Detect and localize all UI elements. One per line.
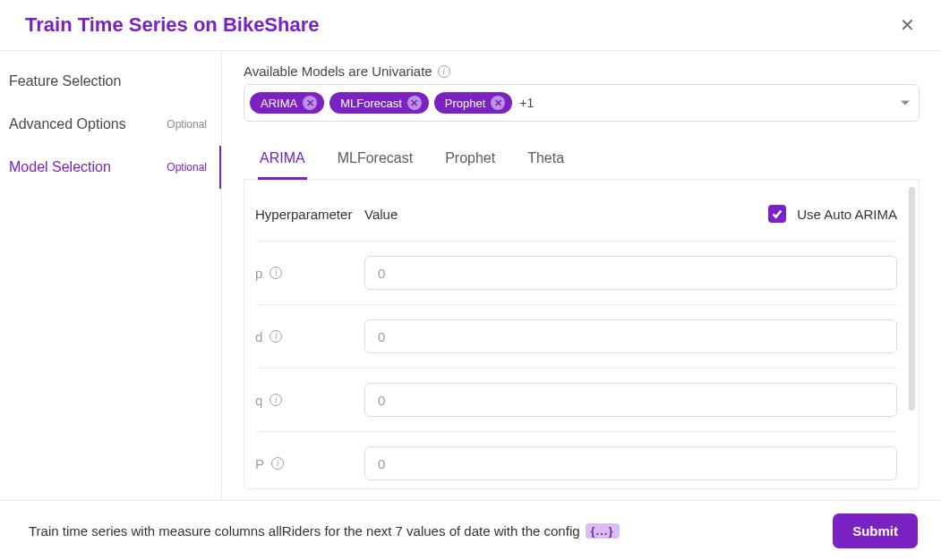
check-icon xyxy=(771,208,783,220)
param-name-text: d xyxy=(255,329,262,344)
param-name-text: q xyxy=(255,393,262,408)
param-row-P: P i xyxy=(255,431,897,488)
model-tabs: ARIMA MLForecast Prophet Theta xyxy=(244,147,920,180)
chip-label: Prophet xyxy=(445,97,486,110)
footer-summary-text: Train time series with measure columns a… xyxy=(29,523,580,539)
chip-remove-icon[interactable]: ✕ xyxy=(491,96,505,110)
param-name-text: p xyxy=(255,266,262,281)
param-name: p i xyxy=(255,266,364,281)
sidebar-item-model-selection[interactable]: Model Selection Optional xyxy=(0,146,221,189)
submit-button[interactable]: Submit xyxy=(833,513,918,548)
model-chip-mlforecast: MLForecast ✕ xyxy=(329,92,429,114)
param-row-q: q i xyxy=(255,368,897,431)
model-chip-arima: ARIMA ✕ xyxy=(250,92,324,114)
scrollbar-thumb[interactable] xyxy=(909,187,915,411)
chip-remove-icon[interactable]: ✕ xyxy=(303,96,317,110)
tab-mlforecast[interactable]: MLForecast xyxy=(336,147,415,180)
param-input-p[interactable] xyxy=(364,256,897,290)
hyperparameter-panel: Hyperparameter Value Use Auto ARIMA p i xyxy=(244,180,920,489)
config-badge[interactable]: {...} xyxy=(586,523,620,539)
model-chip-prophet: Prophet ✕ xyxy=(434,92,513,114)
footer-summary: Train time series with measure columns a… xyxy=(29,523,620,539)
param-row-d: d i xyxy=(255,304,897,368)
info-icon[interactable]: i xyxy=(271,457,284,470)
scrollbar-track[interactable] xyxy=(909,187,915,473)
param-name: P i xyxy=(255,456,364,471)
sidebar-item-label: Model Selection xyxy=(9,159,111,175)
param-header-row: Hyperparameter Value Use Auto ARIMA xyxy=(255,187,897,241)
dialog-footer: Train time series with measure columns a… xyxy=(0,500,941,560)
chip-overflow-count[interactable]: +1 xyxy=(519,96,534,110)
param-input-P[interactable] xyxy=(364,446,897,480)
sidebar-item-label: Advanced Options xyxy=(9,116,126,132)
auto-arima-label: Use Auto ARIMA xyxy=(797,207,897,222)
model-multiselect[interactable]: ARIMA ✕ MLForecast ✕ Prophet ✕ +1 xyxy=(244,84,920,122)
chip-label: MLForecast xyxy=(340,97,402,110)
dialog-title: Train Time Series on BikeShare xyxy=(25,13,320,37)
auto-arima-toggle: Use Auto ARIMA xyxy=(768,205,897,223)
available-models-text: Available Models are Univariate xyxy=(244,64,432,79)
tab-prophet[interactable]: Prophet xyxy=(443,147,497,180)
chip-label: ARIMA xyxy=(261,97,297,110)
tab-theta[interactable]: Theta xyxy=(526,147,566,180)
param-name: d i xyxy=(255,329,364,344)
info-icon[interactable]: i xyxy=(269,394,282,406)
col-header-hyperparameter: Hyperparameter xyxy=(255,207,364,222)
param-row-p: p i xyxy=(255,241,897,304)
dialog-body: Feature Selection Advanced Options Optio… xyxy=(0,51,941,500)
hyperparameter-scroll[interactable]: Hyperparameter Value Use Auto ARIMA p i xyxy=(244,180,919,488)
param-input-q[interactable] xyxy=(364,383,897,417)
param-input-d[interactable] xyxy=(364,319,897,353)
chip-remove-icon[interactable]: ✕ xyxy=(407,96,422,110)
info-icon[interactable]: i xyxy=(269,267,282,279)
param-name-text: P xyxy=(255,456,264,471)
sidebar-item-advanced-options[interactable]: Advanced Options Optional xyxy=(0,103,221,146)
info-icon[interactable]: i xyxy=(438,65,450,78)
auto-arima-checkbox[interactable] xyxy=(768,205,786,223)
available-models-label: Available Models are Univariate i xyxy=(244,64,920,79)
param-name: q i xyxy=(255,393,364,408)
tab-arima[interactable]: ARIMA xyxy=(258,147,307,180)
sidebar-item-optional: Optional xyxy=(167,118,207,131)
sidebar-item-feature-selection[interactable]: Feature Selection xyxy=(0,60,221,103)
main-panel: Available Models are Univariate i ARIMA … xyxy=(222,51,941,500)
sidebar: Feature Selection Advanced Options Optio… xyxy=(0,51,222,500)
sidebar-item-optional: Optional xyxy=(167,161,207,174)
close-icon[interactable]: ✕ xyxy=(896,14,918,36)
col-header-value: Value xyxy=(364,207,768,222)
dialog-header: Train Time Series on BikeShare ✕ xyxy=(0,0,941,51)
chevron-down-icon[interactable] xyxy=(901,101,910,106)
sidebar-item-label: Feature Selection xyxy=(9,73,121,89)
info-icon[interactable]: i xyxy=(269,330,282,343)
